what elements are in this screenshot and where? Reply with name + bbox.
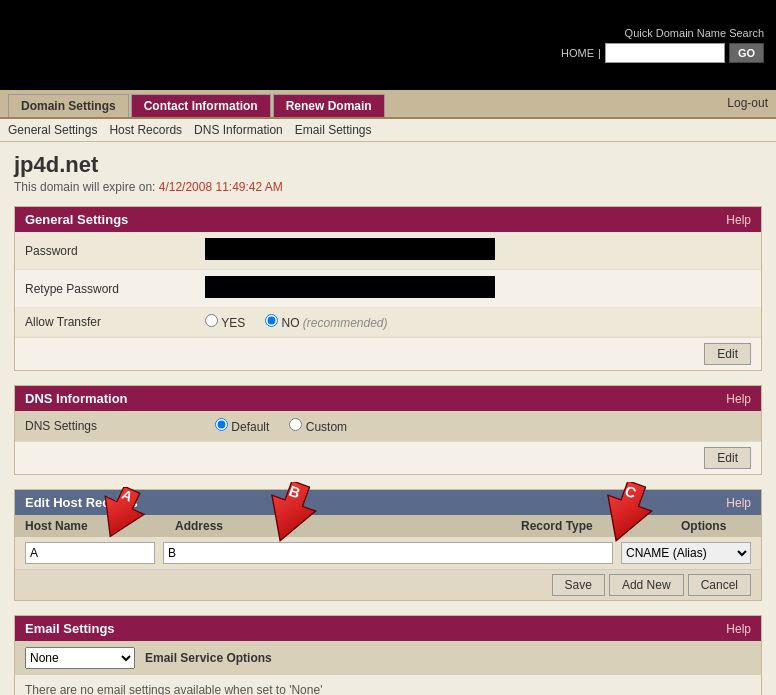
col-options-header: Options xyxy=(681,519,751,533)
dns-custom-label[interactable]: Custom xyxy=(289,418,347,434)
expiry-date[interactable]: 4/12/2008 11:49:42 AM xyxy=(159,180,283,194)
host-record-row: A B xyxy=(15,537,761,569)
retype-password-row: Retype Password xyxy=(15,270,761,308)
quick-search-label: Quick Domain Name Search xyxy=(561,27,764,39)
allow-transfer-row: Allow Transfer YES NO (recommended) xyxy=(15,308,761,337)
edit-host-header: Edit Host Records Help xyxy=(15,490,761,515)
cancel-button[interactable]: Cancel xyxy=(688,574,751,596)
logo xyxy=(12,10,272,80)
edit-host-help[interactable]: Help xyxy=(726,496,751,510)
sub-nav-email-settings[interactable]: Email Settings xyxy=(295,123,372,137)
home-link[interactable]: HOME xyxy=(561,47,594,59)
nav-tabs: Domain Settings Contact Information Rene… xyxy=(0,90,776,119)
domain-name: jp4d.net xyxy=(14,152,762,178)
host-columns-header: Host Name Address Record Type Options xyxy=(15,515,761,537)
allow-transfer-label: Allow Transfer xyxy=(25,315,205,329)
search-row: HOME | GO xyxy=(561,43,764,63)
password-row: Password xyxy=(15,232,761,270)
dns-information-header: DNS Information Help xyxy=(15,386,761,411)
email-settings-header: Email Settings Help xyxy=(15,616,761,641)
save-button[interactable]: Save xyxy=(552,574,605,596)
retype-password-value xyxy=(205,276,751,301)
go-button[interactable]: GO xyxy=(729,43,764,63)
add-new-button[interactable]: Add New xyxy=(609,574,684,596)
sub-nav-host-records[interactable]: Host Records xyxy=(109,123,182,137)
tab-contact-information[interactable]: Contact Information xyxy=(131,94,271,117)
header: Quick Domain Name Search HOME | GO xyxy=(0,0,776,90)
edit-host-title: Edit Host Records xyxy=(25,495,138,510)
sub-nav-general-settings[interactable]: General Settings xyxy=(8,123,97,137)
password-label: Password xyxy=(25,244,205,258)
transfer-yes-label[interactable]: YES xyxy=(205,314,245,330)
password-value xyxy=(205,238,751,263)
transfer-yes-radio[interactable] xyxy=(205,314,218,327)
col-hostname-header: Host Name xyxy=(25,519,175,533)
general-settings-footer: Edit xyxy=(15,337,761,370)
host-name-input[interactable] xyxy=(25,542,155,564)
dns-edit-button[interactable]: Edit xyxy=(704,447,751,469)
general-settings-title: General Settings xyxy=(25,212,128,227)
tab-domain-settings[interactable]: Domain Settings xyxy=(8,94,129,117)
dns-default-radio[interactable] xyxy=(215,418,228,431)
general-settings-edit-button[interactable]: Edit xyxy=(704,343,751,365)
email-settings-help[interactable]: Help xyxy=(726,622,751,636)
page-content: jp4d.net This domain will expire on: 4/1… xyxy=(0,142,776,695)
general-settings-section: General Settings Help Password Retype Pa… xyxy=(14,206,762,371)
domain-expiry: This domain will expire on: 4/12/2008 11… xyxy=(14,180,762,194)
retype-password-label: Retype Password xyxy=(25,282,205,296)
dns-information-section: DNS Information Help DNS Settings Defaul… xyxy=(14,385,762,475)
email-settings-title: Email Settings xyxy=(25,621,115,636)
nav-tabs-left: Domain Settings Contact Information Rene… xyxy=(8,94,385,117)
dns-information-title: DNS Information xyxy=(25,391,128,406)
email-dropdown-row: None Email Service Options xyxy=(15,641,761,675)
email-settings-section: Email Settings Help None Email Service O… xyxy=(14,615,762,695)
transfer-options: YES NO (recommended) xyxy=(205,314,751,330)
password-field xyxy=(205,238,495,260)
sub-nav: General Settings Host Records DNS Inform… xyxy=(0,119,776,142)
dns-custom-radio[interactable] xyxy=(289,418,302,431)
tab-renew-domain[interactable]: Renew Domain xyxy=(273,94,385,117)
dns-settings-label: DNS Settings xyxy=(25,419,205,433)
sub-nav-dns-information[interactable]: DNS Information xyxy=(194,123,283,137)
dns-default-label[interactable]: Default xyxy=(215,418,269,434)
host-row-actions: Save Add New Cancel xyxy=(15,569,761,600)
general-settings-header: General Settings Help xyxy=(15,207,761,232)
transfer-recommended: (recommended) xyxy=(303,316,388,330)
logout-link[interactable]: Log-out xyxy=(727,96,768,116)
col-recordtype-header: Record Type xyxy=(521,519,681,533)
edit-host-section: Edit Host Records Help Host Name Address… xyxy=(14,489,762,601)
retype-password-field xyxy=(205,276,495,298)
transfer-no-label[interactable]: NO (recommended) xyxy=(265,314,387,330)
expiry-prefix: This domain will expire on: xyxy=(14,180,159,194)
email-options-label: Email Service Options xyxy=(145,651,272,665)
col-address-header: Address xyxy=(175,519,521,533)
dns-settings-row: DNS Settings Default Custom xyxy=(15,411,761,441)
record-type-select[interactable]: CNAME (Alias) A (Host) MX (Mail) TXT (Te… xyxy=(621,542,751,564)
transfer-no-radio[interactable] xyxy=(265,314,278,327)
email-none-message: There are no email settings available wh… xyxy=(15,675,761,695)
general-settings-help[interactable]: Help xyxy=(726,213,751,227)
header-right: Quick Domain Name Search HOME | GO xyxy=(561,27,764,63)
dns-options: Default Custom xyxy=(215,418,347,434)
dns-information-help[interactable]: Help xyxy=(726,392,751,406)
domain-search-input[interactable] xyxy=(605,43,725,63)
dns-information-footer: Edit xyxy=(15,441,761,474)
email-service-dropdown[interactable]: None xyxy=(25,647,135,669)
pipe-separator: | xyxy=(598,47,601,59)
host-address-input[interactable] xyxy=(163,542,613,564)
